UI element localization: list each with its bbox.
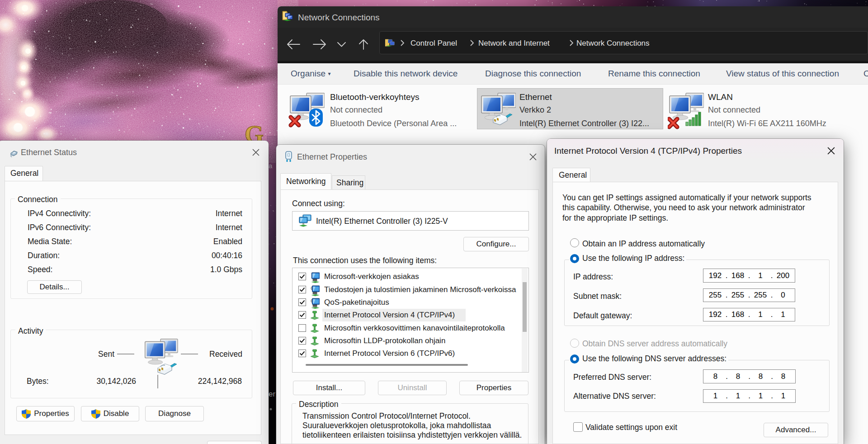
svg-text:a: a (269, 162, 273, 170)
svg-text:er: er (269, 390, 275, 398)
